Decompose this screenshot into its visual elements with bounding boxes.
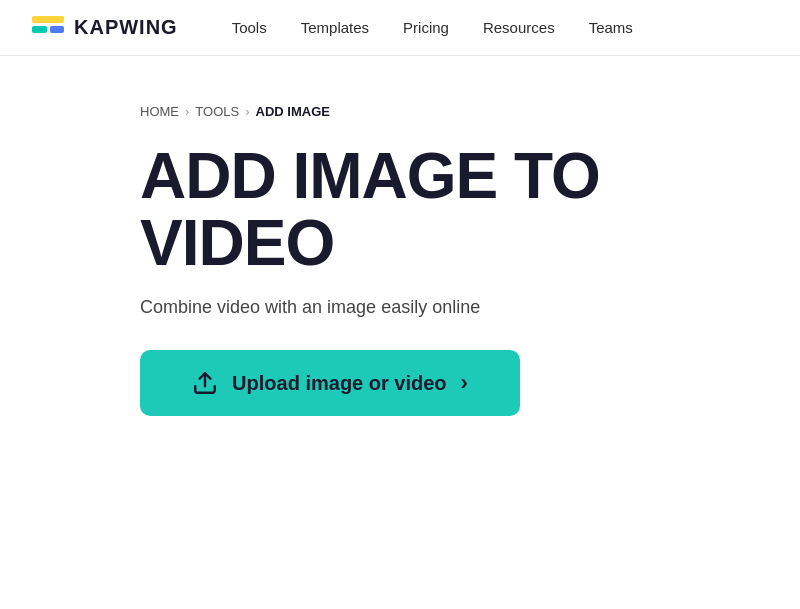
breadcrumb-sep-2: › [245, 104, 249, 119]
nav-item-tools[interactable]: Tools [218, 11, 281, 44]
nav-item-teams[interactable]: Teams [575, 11, 647, 44]
logo-icon [32, 16, 64, 40]
breadcrumb-home[interactable]: HOME [140, 104, 179, 119]
main-content: HOME › TOOLS › ADD IMAGE ADD IMAGE TO VI… [0, 56, 800, 476]
logo-text: KAPWING [74, 16, 178, 39]
cta-label: Upload image or video [232, 372, 446, 395]
header: KAPWING Tools Templates Pricing Resource… [0, 0, 800, 56]
page-title: ADD IMAGE TO VIDEO [140, 143, 660, 277]
subtitle: Combine video with an image easily onlin… [140, 297, 660, 318]
breadcrumb: HOME › TOOLS › ADD IMAGE [140, 104, 660, 119]
nav-item-pricing[interactable]: Pricing [389, 11, 463, 44]
main-nav: Tools Templates Pricing Resources Teams [218, 11, 647, 44]
page-title-line1: ADD IMAGE TO [140, 140, 600, 212]
page-title-line2: VIDEO [140, 207, 334, 279]
upload-icon [192, 370, 218, 396]
breadcrumb-sep-1: › [185, 104, 189, 119]
cta-chevron: › [461, 370, 468, 396]
upload-cta-button[interactable]: Upload image or video › [140, 350, 520, 416]
nav-item-resources[interactable]: Resources [469, 11, 569, 44]
logo[interactable]: KAPWING [32, 16, 178, 40]
nav-item-templates[interactable]: Templates [287, 11, 383, 44]
breadcrumb-tools[interactable]: TOOLS [195, 104, 239, 119]
breadcrumb-current: ADD IMAGE [256, 104, 330, 119]
